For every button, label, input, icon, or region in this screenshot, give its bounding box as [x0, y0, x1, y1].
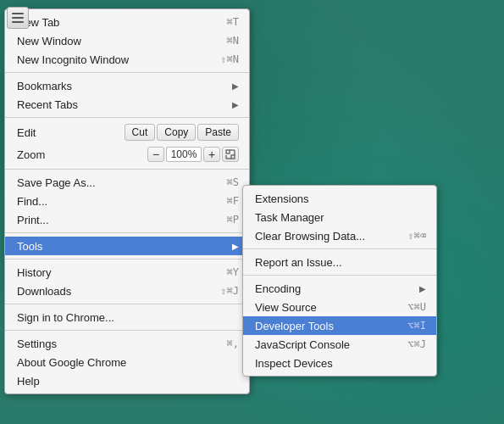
menu-item-new-window[interactable]: New Window ⌘N	[5, 31, 249, 50]
menu-item-signin[interactable]: Sign in to Chrome...	[5, 308, 249, 326]
separator-1	[5, 72, 249, 73]
separator-4	[5, 232, 249, 233]
submenu-item-js-console[interactable]: JavaScript Console ⌥⌘J	[243, 335, 436, 354]
menu-item-tools[interactable]: Tools ▶	[5, 237, 249, 255]
svg-rect-0	[226, 150, 230, 153]
submenu-item-clear-browsing-data[interactable]: Clear Browsing Data... ⇧⌘⌫	[243, 226, 436, 245]
menu-icon-line1	[12, 13, 24, 14]
menu-item-settings[interactable]: Settings ⌘,	[5, 334, 249, 353]
zoom-out-button[interactable]: −	[147, 147, 164, 162]
submenu-item-report-issue[interactable]: Report an Issue...	[243, 253, 436, 271]
svg-rect-1	[231, 155, 235, 159]
separator-5	[5, 259, 249, 259]
separator-2	[5, 117, 249, 118]
menu-item-history[interactable]: History ⌘Y	[5, 263, 249, 282]
separator-7	[5, 330, 249, 331]
zoom-fullscreen-button[interactable]	[222, 147, 239, 162]
menu-item-new-incognito-window[interactable]: New Incognito Window ⇧⌘N	[5, 50, 249, 69]
submenu-separator-1	[243, 248, 436, 249]
cut-button[interactable]: Cut	[125, 124, 156, 141]
menu-item-save-page[interactable]: Save Page As... ⌘S	[5, 173, 249, 192]
zoom-controls: − 100% +	[147, 147, 239, 162]
submenu-item-inspect-devices[interactable]: Inspect Devices	[243, 354, 436, 372]
submenu-item-view-source[interactable]: View Source ⌥⌘U	[243, 298, 436, 316]
menu-item-print[interactable]: Print... ⌘P	[5, 210, 249, 229]
submenu-item-extensions[interactable]: Extensions	[243, 189, 436, 208]
edit-buttons-group: Cut Copy Paste	[125, 124, 239, 141]
menu-item-help[interactable]: Help	[5, 371, 249, 390]
menu-item-downloads[interactable]: Downloads ⇧⌘J	[5, 282, 249, 300]
zoom-in-button[interactable]: +	[203, 147, 220, 162]
menu-icon-line2	[12, 17, 24, 19]
submenu-item-task-manager[interactable]: Task Manager	[243, 208, 436, 226]
menu-item-bookmarks[interactable]: Bookmarks ▶	[5, 76, 249, 95]
menu-item-new-tab[interactable]: New Tab ⌘T	[5, 13, 249, 31]
zoom-value-display: 100%	[166, 147, 202, 162]
copy-button[interactable]: Copy	[157, 124, 196, 141]
submenu-item-developer-tools[interactable]: Developer Tools ⌥⌘I	[243, 316, 436, 335]
tools-submenu: Extensions Task Manager Clear Browsing D…	[242, 185, 437, 377]
separator-6	[5, 304, 249, 304]
menu-item-recent-tabs[interactable]: Recent Tabs ▶	[5, 95, 249, 114]
main-menu: New Tab ⌘T New Window ⌘N New Incognito W…	[4, 8, 250, 394]
menu-item-about[interactable]: About Google Chrome	[5, 353, 249, 371]
submenu-item-encoding[interactable]: Encoding ▶	[243, 279, 436, 298]
menu-item-edit: Edit Cut Copy Paste	[5, 121, 249, 143]
paste-button[interactable]: Paste	[197, 124, 239, 141]
menu-icon-line3	[12, 21, 24, 23]
submenu-separator-2	[243, 275, 436, 276]
chrome-menu-button[interactable]	[7, 7, 29, 29]
menu-item-find[interactable]: Find... ⌘F	[5, 192, 249, 210]
separator-3	[5, 169, 249, 170]
menu-item-zoom: Zoom − 100% +	[5, 143, 249, 165]
